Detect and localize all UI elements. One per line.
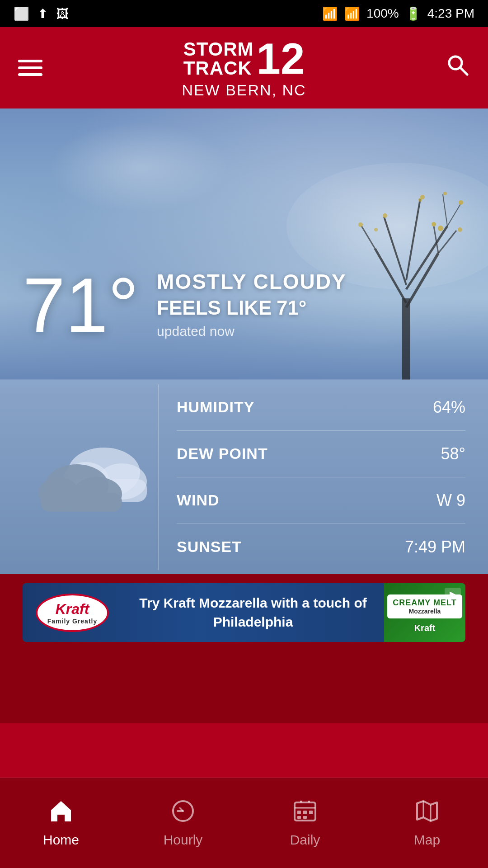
kraft-logo: Kraft Family Greatly bbox=[23, 594, 122, 632]
nav-daily[interactable]: Daily bbox=[244, 778, 366, 868]
weather-details-panel: HUMIDITY 64% DEW POINT 58° WIND W 9 SUNS… bbox=[0, 380, 488, 574]
status-bar-left: ⬜ ⬆ 🖼 bbox=[14, 6, 69, 21]
svg-line-10 bbox=[361, 226, 375, 249]
ad-product-image: ▶ CREAMY MELT Mozzarella Kraft bbox=[384, 583, 465, 642]
svg-point-22 bbox=[418, 198, 422, 202]
dew-point-value: 58° bbox=[441, 444, 465, 463]
svg-point-19 bbox=[358, 222, 363, 227]
nav-map-label: Map bbox=[414, 832, 440, 848]
app-header: STORM TRACK 12 NEW BERN, NC bbox=[0, 27, 488, 108]
feels-like-row: FEELS LIKE 71° bbox=[157, 297, 347, 319]
upload-icon: ⬆ bbox=[38, 6, 48, 21]
svg-point-13 bbox=[438, 226, 443, 231]
weather-hero: 71° MOSTLY CLOUDY FEELS LIKE 71° updated… bbox=[0, 108, 488, 380]
humidity-row: HUMIDITY 64% bbox=[177, 384, 465, 431]
ad-text: Try Kraft Mozzarella with a touch of Phi… bbox=[122, 594, 384, 632]
hourly-icon bbox=[171, 799, 195, 827]
wifi-icon: 📶 bbox=[322, 6, 338, 21]
ad-container[interactable]: Kraft Family Greatly Try Kraft Mozzarell… bbox=[23, 583, 465, 642]
ad-banner[interactable]: Kraft Family Greatly Try Kraft Mozzarell… bbox=[0, 574, 488, 651]
nav-daily-label: Daily bbox=[290, 832, 320, 848]
feels-like-value: 71° bbox=[277, 297, 307, 319]
weather-info: 71° MOSTLY CLOUDY FEELS LIKE 71° updated… bbox=[23, 267, 465, 344]
nav-map[interactable]: Map bbox=[366, 778, 488, 868]
logo-stacked-text: STORM TRACK bbox=[183, 40, 254, 78]
temperature-display: 71° bbox=[23, 267, 139, 344]
svg-point-20 bbox=[374, 228, 378, 231]
daily-icon bbox=[293, 799, 317, 827]
svg-line-1 bbox=[460, 67, 467, 75]
svg-rect-36 bbox=[297, 811, 301, 814]
kraft-brand-name: Kraft bbox=[56, 601, 89, 618]
svg-rect-30 bbox=[41, 493, 122, 512]
status-bar-right: 📶 📶 100% 🔋 4:23 PM bbox=[322, 6, 474, 21]
logo-track: TRACK bbox=[183, 59, 254, 78]
dew-point-row: DEW POINT 58° bbox=[177, 431, 465, 477]
app-logo: STORM TRACK 12 bbox=[183, 37, 305, 80]
clock: 4:23 PM bbox=[427, 6, 474, 21]
svg-rect-39 bbox=[297, 816, 301, 819]
svg-point-14 bbox=[459, 200, 463, 205]
logo-number: 12 bbox=[257, 37, 305, 80]
image-icon: 🖼 bbox=[56, 6, 69, 21]
sunset-row: SUNSET 7:49 PM bbox=[177, 524, 465, 570]
svg-point-15 bbox=[458, 227, 462, 232]
nav-home[interactable]: Home bbox=[0, 778, 122, 868]
svg-line-12 bbox=[443, 194, 447, 226]
condition-label: MOSTLY CLOUDY bbox=[157, 269, 347, 294]
bottom-spacer bbox=[0, 651, 488, 723]
nav-hourly[interactable]: Hourly bbox=[122, 778, 244, 868]
wind-value: W 9 bbox=[436, 491, 465, 510]
nav-home-label: Home bbox=[43, 832, 79, 848]
signal-icon: 📶 bbox=[344, 6, 360, 21]
svg-line-11 bbox=[447, 203, 461, 226]
condition-block: MOSTLY CLOUDY FEELS LIKE 71° updated now bbox=[157, 269, 347, 344]
updated-label: updated now bbox=[157, 324, 347, 339]
wind-label: WIND bbox=[177, 491, 220, 509]
battery-percent: 100% bbox=[366, 6, 399, 21]
svg-rect-40 bbox=[303, 816, 307, 819]
screen-icon: ⬜ bbox=[14, 6, 29, 21]
header-center: STORM TRACK 12 NEW BERN, NC bbox=[182, 37, 306, 99]
kraft-oval: Kraft Family Greatly bbox=[36, 594, 109, 632]
dew-point-label: DEW POINT bbox=[177, 445, 268, 462]
humidity-label: HUMIDITY bbox=[177, 398, 254, 416]
map-icon bbox=[415, 799, 439, 827]
sunset-value: 7:49 PM bbox=[405, 538, 465, 557]
svg-point-16 bbox=[432, 222, 436, 226]
search-button[interactable] bbox=[446, 53, 470, 83]
status-bar: ⬜ ⬆ 🖼 📶 📶 100% 🔋 4:23 PM bbox=[0, 0, 488, 27]
wind-row: WIND W 9 bbox=[177, 477, 465, 524]
sunset-label: SUNSET bbox=[177, 538, 242, 556]
svg-rect-38 bbox=[309, 811, 313, 814]
nav-hourly-label: Hourly bbox=[164, 832, 203, 848]
battery-icon: 🔋 bbox=[405, 6, 421, 21]
feels-like-label: FEELS LIKE bbox=[157, 297, 272, 319]
humidity-value: 64% bbox=[433, 398, 465, 417]
bottom-navigation: Home Hourly Daily bbox=[0, 778, 488, 868]
detail-rows: HUMIDITY 64% DEW POINT 58° WIND W 9 SUNS… bbox=[158, 384, 465, 570]
kraft-brand-sub: Family Greatly bbox=[47, 618, 98, 625]
svg-rect-37 bbox=[303, 811, 307, 814]
svg-point-21 bbox=[443, 192, 447, 195]
home-icon bbox=[49, 799, 73, 827]
ad-play-button[interactable]: ▶ bbox=[445, 588, 461, 600]
location-label: NEW BERN, NC bbox=[182, 81, 306, 99]
cloud-background-2 bbox=[49, 122, 230, 212]
mostly-cloudy-icon bbox=[32, 436, 149, 518]
logo-storm: STORM bbox=[183, 40, 254, 59]
svg-point-18 bbox=[383, 213, 387, 218]
cloud-icon-area bbox=[23, 436, 158, 518]
menu-button[interactable] bbox=[18, 60, 42, 76]
